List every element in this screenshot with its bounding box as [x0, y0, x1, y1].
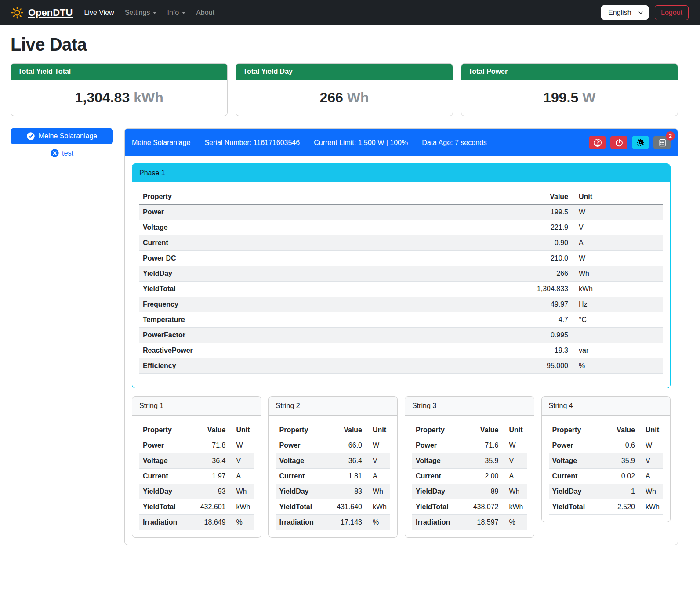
table-row: Voltage 36.4 V: [276, 453, 391, 469]
table-row: Voltage 35.9 V: [549, 453, 664, 469]
column-header-value: Value: [327, 423, 366, 438]
property-unit: W: [229, 438, 254, 453]
brand-label: OpenDTU: [28, 7, 73, 18]
property-value: 266: [509, 266, 572, 282]
table-row: Current 0.02 A: [549, 469, 664, 484]
property-unit: W: [502, 438, 527, 453]
property-name: Power: [549, 438, 600, 453]
sidebar-item-meine-solaranlage[interactable]: Meine Solaranlage: [11, 128, 113, 144]
table-row: Voltage 36.4 V: [139, 453, 254, 469]
inverter-header: Meine Solaranlage Serial Number: 1161716…: [125, 129, 678, 156]
property-name: YieldTotal: [412, 499, 464, 515]
inverter-current-limit: Current Limit: 1,500 W | 100%: [314, 139, 408, 147]
language-select[interactable]: English: [601, 5, 649, 20]
limit-settings-button[interactable]: [589, 136, 606, 149]
property-value: 1: [600, 484, 638, 499]
speedometer-icon: [593, 138, 602, 147]
sidebar-item-test[interactable]: test: [47, 148, 77, 159]
property-value: 1.81: [327, 469, 366, 484]
column-header-value: Value: [600, 423, 638, 438]
column-header-value: Value: [509, 189, 572, 205]
card-title: Total Power: [461, 64, 678, 80]
total-yield-total-unit: kWh: [134, 90, 163, 105]
property-value: 35.9: [464, 453, 502, 469]
property-unit: [572, 328, 663, 343]
property-unit: W: [638, 438, 663, 453]
phase-1-panel: Phase 1 Property Value Unit Power: [132, 163, 671, 388]
top-navbar: OpenDTU Live View Settings Info About En…: [0, 0, 700, 25]
table-row: YieldDay 83 Wh: [276, 484, 391, 499]
inverter-card: Meine Solaranlage Serial Number: 1161716…: [124, 128, 678, 545]
inverter-actions: 2: [589, 136, 671, 149]
device-info-button[interactable]: [632, 136, 649, 149]
table-row: Power 0.6 W: [549, 438, 664, 453]
string-1-card: String 1 Property Value Unit: [132, 396, 261, 538]
property-unit: %: [229, 515, 254, 530]
column-header-unit: Unit: [366, 423, 390, 438]
table-row: Irradiation 18.597 %: [412, 515, 527, 530]
total-yield-day-unit: Wh: [347, 90, 369, 105]
table-row: Voltage 221.9 V: [139, 220, 663, 235]
property-unit: kWh: [502, 499, 527, 515]
property-value: 66.0: [327, 438, 366, 453]
property-value: 71.8: [191, 438, 229, 453]
power-toggle-button[interactable]: [610, 136, 627, 149]
string-card-title: String 1: [132, 397, 261, 416]
table-row: Power 71.8 W: [139, 438, 254, 453]
total-yield-day-value: 266: [319, 90, 343, 105]
property-value: 1,304.833: [509, 282, 572, 297]
property-value: 431.640: [327, 499, 366, 515]
logout-button[interactable]: Logout: [655, 5, 689, 20]
property-name: Power: [412, 438, 464, 453]
nav-item-live-view[interactable]: Live View: [79, 5, 119, 20]
property-name: YieldDay: [139, 484, 191, 499]
inverter-name: Meine Solaranlage: [132, 139, 190, 147]
property-unit: kWh: [366, 499, 390, 515]
sun-icon: [11, 6, 24, 19]
property-value: 83: [327, 484, 366, 499]
property-value: 2.00: [464, 469, 502, 484]
table-row: YieldDay 1 Wh: [549, 484, 664, 499]
property-value: 93: [191, 484, 229, 499]
property-unit: %: [572, 358, 663, 374]
table-row: Temperature 4.7 °C: [139, 312, 663, 328]
journal-list-icon: [658, 138, 667, 147]
property-value: 89: [464, 484, 502, 499]
table-row: Current 0.90 A: [139, 235, 663, 251]
string-1-table: Property Value Unit Power 71.8 W Voltage…: [139, 423, 254, 530]
table-row: Current 1.81 A: [276, 469, 391, 484]
property-name: Current: [139, 235, 509, 251]
property-name: Voltage: [139, 453, 191, 469]
column-header-property: Property: [139, 189, 509, 205]
table-row: Irradiation 18.649 %: [139, 515, 254, 530]
table-row: Voltage 35.9 V: [412, 453, 527, 469]
property-unit: kWh: [229, 499, 254, 515]
table-row: Efficiency 95.000 %: [139, 358, 663, 374]
property-name: Power: [139, 438, 191, 453]
nav-item-about[interactable]: About: [191, 5, 220, 20]
property-value: 36.4: [191, 453, 229, 469]
table-header-row: Property Value Unit: [549, 423, 664, 438]
total-power-value: 199.5: [543, 90, 578, 105]
string-card-title: String 4: [542, 397, 671, 416]
property-name: Power DC: [139, 251, 509, 266]
table-row: YieldTotal 2.520 kWh: [549, 499, 664, 515]
property-unit: V: [366, 453, 390, 469]
property-name: YieldDay: [276, 484, 327, 499]
inverter-serial: Serial Number: 116171603546: [204, 139, 300, 147]
property-unit: var: [572, 343, 663, 358]
property-unit: V: [638, 453, 663, 469]
nav-item-settings[interactable]: Settings: [120, 5, 162, 20]
property-value: 36.4: [327, 453, 366, 469]
nav-item-info[interactable]: Info: [162, 5, 191, 20]
table-row: Current 1.97 A: [139, 469, 254, 484]
total-yield-day-card: Total Yield Day 266Wh: [236, 63, 453, 116]
property-name: Efficiency: [139, 358, 509, 374]
property-value: 199.5: [509, 205, 572, 220]
event-log-button[interactable]: 2: [653, 136, 671, 149]
string-3-table: Property Value Unit Power 71.6 W Voltage…: [412, 423, 527, 530]
table-header-row: Property Value Unit: [412, 423, 527, 438]
strings-row: String 1 Property Value Unit: [132, 396, 671, 538]
column-header-unit: Unit: [572, 189, 663, 205]
brand-link[interactable]: OpenDTU: [11, 6, 73, 19]
